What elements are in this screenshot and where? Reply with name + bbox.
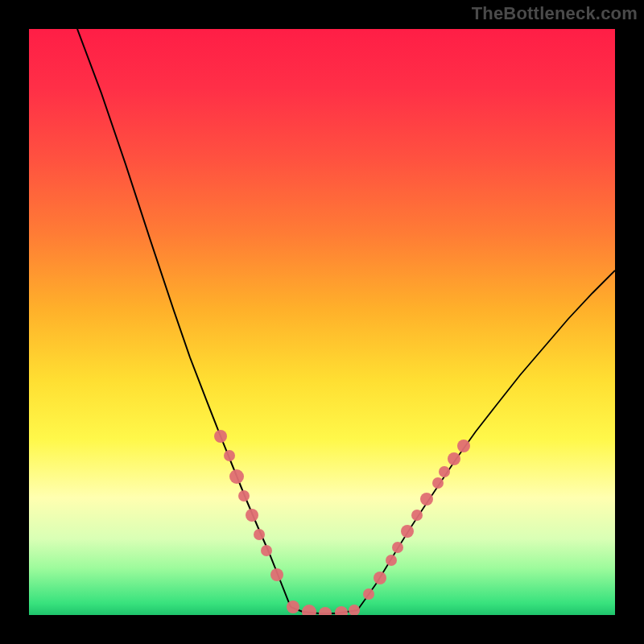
data-marker bbox=[448, 452, 460, 465]
data-marker bbox=[335, 606, 348, 615]
data-marker bbox=[439, 466, 450, 477]
marker-layer bbox=[214, 430, 470, 615]
chart-svg bbox=[29, 29, 615, 615]
data-marker bbox=[374, 572, 386, 584]
data-marker bbox=[392, 542, 403, 553]
data-marker bbox=[349, 605, 360, 615]
left-curve bbox=[77, 29, 291, 607]
data-marker bbox=[238, 490, 250, 502]
data-marker bbox=[401, 525, 414, 538]
data-marker bbox=[363, 588, 374, 600]
data-marker bbox=[420, 493, 433, 506]
data-marker bbox=[224, 450, 235, 461]
data-marker bbox=[432, 477, 444, 489]
watermark-text: TheBottleneck.com bbox=[472, 3, 638, 24]
plot-area bbox=[29, 29, 615, 615]
outer-frame: TheBottleneck.com bbox=[0, 0, 644, 644]
data-marker bbox=[246, 509, 258, 522]
data-marker bbox=[270, 568, 283, 581]
data-marker bbox=[287, 601, 299, 613]
data-marker bbox=[229, 469, 244, 484]
data-marker bbox=[254, 529, 265, 540]
data-marker bbox=[261, 545, 272, 556]
data-marker bbox=[214, 430, 227, 443]
data-marker bbox=[319, 607, 332, 615]
data-marker bbox=[386, 555, 397, 566]
data-marker bbox=[411, 510, 423, 521]
data-marker bbox=[302, 605, 316, 615]
data-marker bbox=[457, 440, 470, 452]
